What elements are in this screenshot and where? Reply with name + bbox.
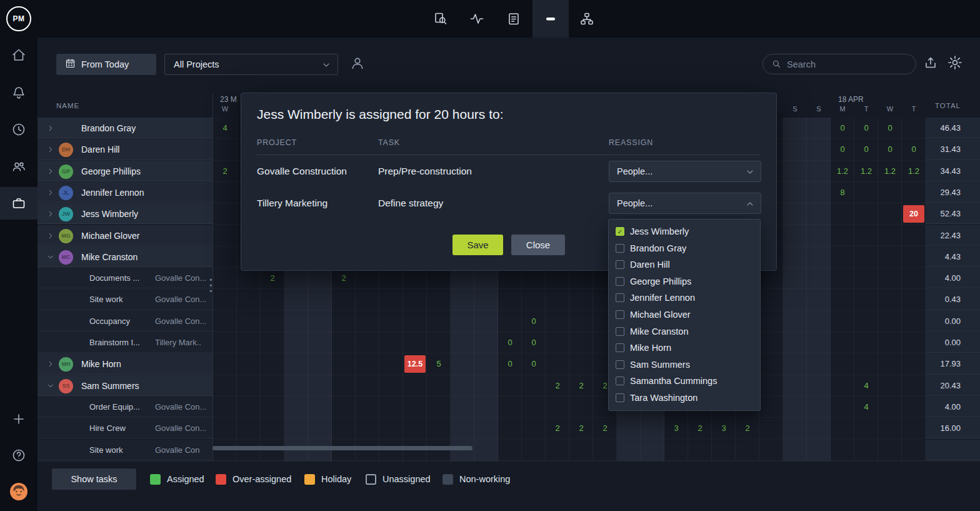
people-option[interactable]: Brandon Gray xyxy=(609,240,760,257)
checkbox-icon[interactable] xyxy=(616,377,624,385)
sidebar-item-portfolio[interactable] xyxy=(11,196,26,211)
checkbox-icon[interactable] xyxy=(616,343,624,352)
task-row[interactable]: OccupancyGovalle Con...00.00 xyxy=(38,311,980,332)
people-option[interactable]: Mike Cranston xyxy=(609,323,760,340)
people-option[interactable]: George Phillips xyxy=(609,273,760,290)
workload-cell[interactable]: 1.2 xyxy=(878,161,902,182)
people-option[interactable]: Michael Glover xyxy=(609,306,760,323)
people-option[interactable]: Samantha Cummings xyxy=(609,373,760,390)
workload-cell[interactable]: 2 xyxy=(546,418,569,439)
horizontal-scrollbar[interactable] xyxy=(212,446,472,450)
sidebar-item-notifications[interactable] xyxy=(11,85,26,100)
workload-cell[interactable]: 2 xyxy=(569,418,593,439)
workload-cell[interactable]: 4 xyxy=(854,397,878,418)
zoom-task-icon[interactable] xyxy=(433,11,448,26)
task-row[interactable]: Documents ...Govalle Con...224.00 xyxy=(38,268,980,289)
show-tasks-button[interactable]: Show tasks xyxy=(52,468,136,490)
checkbox-checked-icon[interactable]: ✓ xyxy=(616,227,624,236)
workload-cell[interactable]: 0 xyxy=(498,332,522,353)
checkbox-icon[interactable] xyxy=(616,360,624,369)
task-row[interactable]: Site workGovalle Con...0.43 xyxy=(38,289,980,310)
workload-cell[interactable]: 0 xyxy=(902,139,926,160)
sidebar-item-help[interactable] xyxy=(11,448,26,463)
chevron-right-icon[interactable] xyxy=(46,188,55,197)
people-option[interactable]: Jennifer Lennon xyxy=(609,290,760,306)
from-today-button[interactable]: From Today xyxy=(56,54,156,75)
chevron-right-icon[interactable] xyxy=(46,210,55,218)
workload-cell[interactable]: 2 xyxy=(688,418,712,439)
people-option[interactable]: Daren Hill xyxy=(609,256,760,273)
checkbox-icon[interactable] xyxy=(616,244,624,253)
chevron-down-icon[interactable] xyxy=(46,382,55,390)
export-icon[interactable] xyxy=(923,55,939,71)
org-chart-icon[interactable] xyxy=(579,11,594,26)
checkbox-icon[interactable] xyxy=(616,393,624,402)
checkbox-icon[interactable] xyxy=(616,327,624,336)
workload-cell[interactable]: 0 xyxy=(522,353,546,375)
people-option[interactable]: Sam Summers xyxy=(609,357,760,373)
task-row[interactable]: Hire CrewGovalle Con...222323216.00 xyxy=(38,418,980,439)
gear-icon[interactable] xyxy=(947,54,962,70)
close-button[interactable]: Close xyxy=(511,235,565,255)
people-option[interactable]: Mike Horn xyxy=(609,340,760,357)
over-assigned-cell[interactable]: 12.5 xyxy=(404,355,426,373)
user-avatar[interactable] xyxy=(10,483,28,500)
workload-cell[interactable]: 0 xyxy=(854,139,878,160)
chevron-right-icon[interactable] xyxy=(46,360,55,368)
people-option[interactable]: ✓Jess Wimberly xyxy=(609,223,760,240)
workload-cell[interactable]: 0 xyxy=(522,311,546,332)
checkbox-icon[interactable] xyxy=(616,260,624,269)
workload-cell[interactable]: 0 xyxy=(854,118,878,139)
workload-cell[interactable]: 0 xyxy=(498,353,522,375)
chevron-right-icon[interactable] xyxy=(46,145,55,154)
workload-cell[interactable]: 8 xyxy=(831,182,854,203)
checkbox-icon[interactable] xyxy=(616,293,624,302)
workload-cell[interactable]: 2 xyxy=(332,268,356,289)
workload-cell[interactable]: 2 xyxy=(261,268,284,289)
reassign-people-select[interactable]: People... xyxy=(609,161,761,182)
search-input[interactable] xyxy=(787,55,906,73)
chevron-right-icon[interactable] xyxy=(46,124,55,133)
person-row[interactable]: MHMike Horn12.550017.93 xyxy=(38,353,980,375)
task-row[interactable]: Order Equip...Govalle Con...44.00 xyxy=(38,397,980,418)
task-row[interactable]: Brainstorm I...Tillery Mark..000.00 xyxy=(38,332,980,353)
workload-cell[interactable]: 2 xyxy=(213,161,237,182)
workload-cell[interactable]: 0 xyxy=(831,118,854,139)
reports-icon[interactable] xyxy=(506,11,521,26)
workload-cell[interactable]: 0 xyxy=(878,139,902,160)
person-icon[interactable] xyxy=(349,55,366,71)
workload-cell[interactable]: 2 xyxy=(736,418,759,439)
activity-icon[interactable] xyxy=(469,11,484,26)
workload-cell[interactable]: 3 xyxy=(664,418,688,439)
workload-cell[interactable]: 4 xyxy=(213,118,237,139)
sidebar-item-add[interactable] xyxy=(11,412,26,427)
over-assigned-cell[interactable]: 20 xyxy=(903,205,924,223)
workload-cell[interactable]: 1.2 xyxy=(854,161,878,182)
chevron-right-icon[interactable] xyxy=(46,231,55,240)
sidebar-item-home[interactable] xyxy=(11,48,26,63)
save-button[interactable]: Save xyxy=(452,235,503,255)
workload-cell[interactable]: 2 xyxy=(593,418,617,439)
chevron-right-icon[interactable] xyxy=(46,167,55,176)
people-option[interactable]: Tara Washington xyxy=(609,390,760,407)
workload-cell[interactable]: 0 xyxy=(831,139,854,160)
person-row[interactable]: SSSam Summers222420.43 xyxy=(38,375,980,397)
sidebar-item-team[interactable] xyxy=(11,159,26,174)
workload-cell[interactable]: 3 xyxy=(712,418,736,439)
checkbox-icon[interactable] xyxy=(616,310,624,319)
workload-cell[interactable]: 5 xyxy=(427,353,451,375)
chevron-down-icon[interactable] xyxy=(46,253,55,261)
sidebar-item-timesheets[interactable] xyxy=(11,122,26,137)
workload-cell[interactable]: 4 xyxy=(854,375,878,397)
checkbox-icon[interactable] xyxy=(616,277,624,286)
panel-resize-handle[interactable]: ••• xyxy=(209,277,212,294)
workload-cell[interactable]: 2 xyxy=(546,375,569,397)
workload-icon[interactable] xyxy=(543,11,558,26)
app-logo[interactable]: PM xyxy=(6,6,31,31)
reassign-people-select[interactable]: People... xyxy=(609,193,761,214)
workload-cell[interactable]: 1.2 xyxy=(902,161,926,182)
task-row[interactable]: Site workGovalle Con xyxy=(38,440,980,461)
project-filter-select[interactable]: All Projects xyxy=(164,54,338,75)
workload-cell[interactable]: 2 xyxy=(569,375,593,397)
workload-cell[interactable]: 1.2 xyxy=(831,161,854,182)
